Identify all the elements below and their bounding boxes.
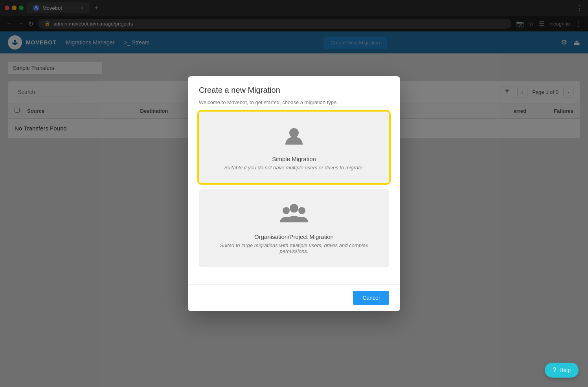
modal-footer: Cancel	[188, 284, 400, 311]
modal-body: Simple Migration Suitable if you do not …	[188, 112, 400, 284]
simple-migration-name: Simple Migration	[207, 156, 381, 162]
svg-point-8	[290, 204, 298, 213]
org-migration-icon	[207, 202, 381, 229]
help-button[interactable]: ? Help	[545, 363, 579, 378]
modal-subtitle: Welcome to Movebot, to get started, choo…	[188, 99, 400, 112]
simple-migration-card[interactable]: Simple Migration Suitable if you do not …	[199, 112, 389, 183]
simple-migration-desc: Suitable if you do not have multiple use…	[207, 165, 381, 171]
org-migration-card[interactable]: Organisation/Project Migration Suited to…	[199, 189, 389, 267]
modal-title: Create a new Migration	[199, 86, 389, 95]
cancel-button[interactable]: Cancel	[353, 291, 389, 305]
org-migration-name: Organisation/Project Migration	[207, 233, 381, 240]
modal-header: Create a new Migration	[188, 76, 400, 99]
svg-point-7	[298, 207, 305, 214]
org-migration-desc: Suited to large migrations with multiple…	[207, 242, 381, 254]
help-label: Help	[559, 367, 571, 373]
svg-point-6	[283, 207, 290, 214]
simple-migration-icon	[207, 124, 381, 151]
help-icon: ?	[553, 367, 556, 374]
modal: Create a new Migration Welcome to Movebo…	[188, 76, 400, 311]
modal-overlay: Create a new Migration Welcome to Movebo…	[0, 0, 588, 387]
svg-point-5	[289, 128, 299, 138]
